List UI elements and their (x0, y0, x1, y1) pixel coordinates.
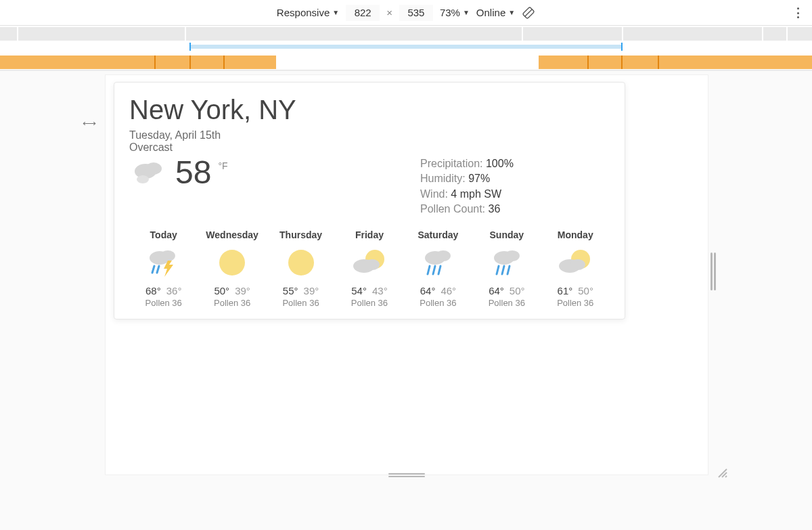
current-temp: 58 (175, 156, 211, 189)
pollen-value: 36 (489, 203, 501, 215)
chevron-down-icon: ▼ (508, 9, 515, 16)
forecast-day: Today 68°36° Pollen 36 (129, 229, 198, 308)
humidity-value: 97% (468, 173, 490, 184)
temp-unit: °F (218, 160, 227, 171)
rain-icon (472, 244, 541, 281)
condition-label: Overcast (129, 141, 610, 154)
precip-value: 100% (486, 158, 514, 169)
forecast-day-name: Monday (541, 229, 610, 240)
forecast-lo: 46° (441, 285, 456, 296)
svg-point-14 (365, 259, 380, 270)
resize-handle-right[interactable] (710, 252, 717, 290)
device-select[interactable]: Responsive ▼ (277, 7, 339, 18)
svg-line-9 (157, 266, 159, 273)
forecast-day-name: Sunday (472, 229, 541, 240)
forecast-hi: 50° (214, 285, 229, 296)
humidity-label: Humidity: (420, 173, 466, 184)
svg-line-24 (508, 266, 510, 274)
forecast-day: Wednesday 50°39° Pollen 36 (198, 229, 266, 308)
breakpoint-ruler (0, 26, 812, 70)
device-select-label: Responsive (277, 7, 330, 18)
forecast-day: Friday 54°43° Pollen 36 (335, 229, 403, 308)
more-options-button[interactable] (792, 6, 804, 20)
forecast-hi: 54° (351, 285, 367, 296)
resize-handle-bottom[interactable] (388, 473, 425, 479)
svg-line-19 (438, 266, 441, 274)
breakpoint-bar-right[interactable] (539, 56, 812, 69)
forecast-pollen: Pollen 36 (541, 298, 610, 308)
forecast-hi: 64° (489, 285, 504, 296)
forecast-hi: 61° (558, 285, 573, 296)
svg-line-23 (502, 266, 504, 274)
forecast-lo: 39° (304, 285, 319, 296)
forecast-lo: 39° (235, 285, 250, 296)
forecast-hi: 55° (283, 285, 298, 296)
current-temp-block: 58 °F (129, 156, 228, 189)
viewport-height-input[interactable] (399, 5, 433, 21)
sunny-icon (198, 244, 266, 281)
breakpoint-bar-left[interactable] (0, 56, 276, 69)
zoom-label: 73% (440, 7, 460, 18)
svg-line-30 (725, 476, 727, 477)
dimension-separator: × (386, 7, 392, 18)
forecast-day-name: Saturday (404, 229, 472, 240)
forecast-lo: 50° (578, 285, 593, 296)
device-toolbar: Responsive ▼ × 73% ▼ Online ▼ (0, 0, 812, 26)
forecast-pollen: Pollen 36 (129, 298, 198, 308)
wind-value: 4 mph SW (451, 188, 501, 200)
location-heading: New York, NY (129, 95, 610, 125)
precip-label: Precipitation: (420, 158, 483, 169)
svg-point-10 (219, 250, 245, 275)
forecast-day-name: Friday (335, 229, 403, 240)
chevron-down-icon: ▼ (463, 9, 470, 16)
svg-line-18 (433, 266, 435, 274)
rain-icon (404, 244, 472, 281)
forecast-day: Sunday 64°50° Pollen 36 (472, 229, 541, 308)
network-label: Online (476, 7, 505, 18)
forecast-hi: 64° (420, 285, 436, 296)
svg-point-6 (160, 250, 175, 261)
forecast-pollen: Pollen 36 (198, 298, 266, 308)
resize-handle-left[interactable]: ⟷ (83, 118, 95, 125)
wind-label: Wind: (420, 188, 448, 200)
forecast-lo: 36° (166, 285, 182, 296)
forecast-pollen: Pollen 36 (267, 298, 335, 308)
forecast-day: Thursday 55°39° Pollen 36 (267, 229, 335, 308)
emulated-viewport: New York, NY Tuesday, April 15th Overcas… (106, 75, 708, 474)
device-viewport-canvas: ⟷ New York, NY Tuesday, April 15th Overc… (0, 70, 812, 530)
resize-handle-corner[interactable] (716, 466, 728, 479)
pollen-label: Pollen Count: (420, 203, 485, 215)
rotate-icon[interactable] (522, 6, 535, 20)
svg-line-22 (497, 266, 499, 274)
svg-point-3 (145, 162, 162, 175)
svg-point-16 (436, 250, 451, 261)
ruler-segments (0, 27, 812, 41)
zoom-select[interactable]: 73% ▼ (440, 7, 470, 18)
network-select[interactable]: Online ▼ (476, 7, 515, 18)
forecast-lo: 50° (510, 285, 525, 296)
svg-point-11 (288, 250, 314, 275)
forecast-row: Today 68°36° Pollen 36 Wednesday 50°39° … (129, 229, 610, 308)
date-label: Tuesday, April 15th (129, 129, 610, 141)
partly-sunny-icon (335, 244, 403, 281)
svg-line-8 (152, 266, 154, 273)
svg-point-4 (137, 175, 149, 183)
weather-card: New York, NY Tuesday, April 15th Overcas… (114, 82, 625, 319)
forecast-hi: 68° (145, 285, 161, 296)
current-viewport-indicator[interactable] (189, 45, 623, 49)
forecast-day: Monday 61°50° Pollen 36 (541, 229, 610, 308)
forecast-lo: 43° (372, 285, 388, 296)
svg-line-17 (428, 266, 430, 274)
viewport-width-input[interactable] (346, 5, 380, 21)
chevron-down-icon: ▼ (332, 9, 339, 16)
forecast-day: Saturday 64°46° Pollen 36 (404, 229, 472, 308)
svg-point-27 (570, 259, 585, 270)
sunny-icon (267, 244, 335, 281)
forecast-day-name: Thursday (267, 229, 335, 240)
forecast-pollen: Pollen 36 (335, 298, 403, 308)
svg-point-21 (505, 250, 520, 261)
weather-stats: Precipitation: 100% Humidity: 97% Wind: … (420, 156, 610, 217)
forecast-day-name: Today (129, 229, 198, 240)
partly-sunny-icon (541, 244, 610, 281)
forecast-pollen: Pollen 36 (472, 298, 541, 308)
